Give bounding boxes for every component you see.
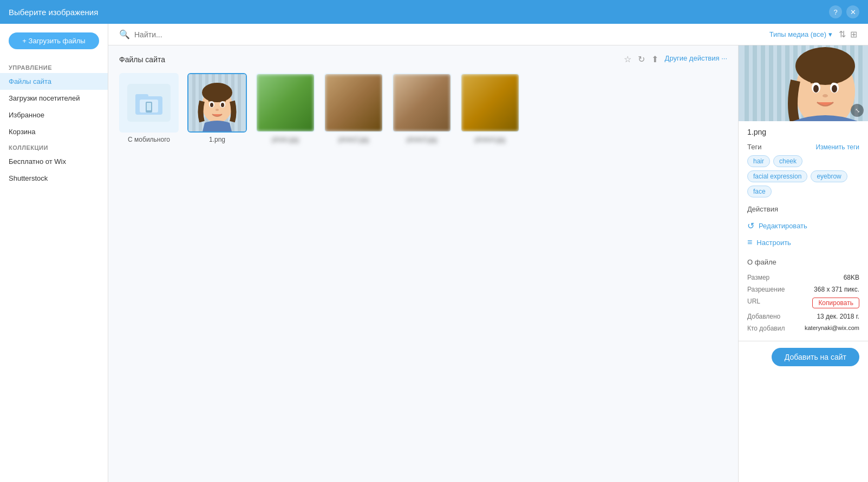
file-name: 1.png [209, 136, 225, 143]
svg-point-42 [813, 85, 819, 93]
files-area: Файлы сайта ☆ ↻ ⬆ Другие действия ··· [108, 45, 868, 482]
bottom-bar: Добавить на сайт [739, 341, 868, 373]
list-item[interactable]: photo.jpg [256, 73, 315, 143]
file-name: С мобильного [128, 136, 170, 143]
image-thumbnail [460, 73, 520, 133]
expand-icon[interactable]: ⤡ [851, 104, 864, 117]
about-section: О файле Размер 68KB Разрешение 368 x 371… [747, 258, 859, 334]
image-thumbnail-selected [187, 73, 247, 133]
svg-point-16 [202, 83, 232, 102]
tags-list: hair cheek facial expression eyebrow fac… [747, 155, 859, 197]
svg-point-20 [221, 103, 224, 107]
edit-icon: ↺ [747, 221, 754, 231]
media-filter-dropdown[interactable]: Типы медиа (все) ▾ [769, 30, 832, 38]
files-area-title: Файлы сайта [119, 55, 165, 64]
files-header: Файлы сайта ☆ ↻ ⬆ Другие действия ··· [119, 54, 727, 64]
svg-point-21 [216, 109, 219, 111]
close-button[interactable]: ✕ [846, 5, 859, 18]
copy-url-button[interactable]: Копировать [812, 298, 859, 308]
image-thumbnail [324, 73, 383, 133]
sidebar-item-trash[interactable]: Корзина [0, 123, 108, 140]
add-to-site-button[interactable]: Добавить на сайт [772, 348, 859, 366]
tags-label: Теги [747, 143, 761, 151]
svg-point-39 [795, 47, 855, 85]
preview-image-container: ⤡ [739, 45, 868, 121]
image-thumbnail [392, 73, 452, 133]
panel-body: 1.png Теги Изменить теги hair cheek faci… [739, 121, 868, 341]
svg-point-43 [832, 85, 837, 93]
view-icons: ⇅ ⊞ [839, 29, 857, 39]
files-main: Файлы сайта ☆ ↻ ⬆ Другие действия ··· [108, 45, 738, 482]
about-row-size: Размер 68KB [747, 272, 859, 283]
folder-icon [127, 84, 171, 122]
svg-rect-4 [147, 103, 151, 110]
help-button[interactable]: ? [829, 5, 842, 18]
tag[interactable]: face [747, 186, 772, 197]
management-section-title: УПРАВЛЕНИЕ [0, 60, 108, 73]
search-input[interactable] [134, 30, 243, 39]
file-grid: С мобильного [119, 73, 727, 143]
tune-icon: ≡ [747, 237, 752, 247]
edit-tags-button[interactable]: Изменить теги [815, 143, 859, 151]
upload-icon[interactable]: ⬆ [651, 54, 658, 64]
about-row-added: Добавлено 13 дек. 2018 г. [747, 311, 859, 322]
edit-action[interactable]: ↺ Редактировать [747, 217, 859, 234]
svg-point-5 [148, 111, 150, 113]
about-row-added-by: Кто добавил katerynaki@wix.com [747, 322, 859, 334]
sort-icon[interactable]: ⇅ [839, 29, 846, 39]
collections-section-title: КОЛЛЕКЦИИ [0, 140, 108, 153]
toolbar: 🔍 Типы медиа (все) ▾ ⇅ ⊞ [108, 24, 868, 45]
actions-label: Действия [747, 205, 859, 213]
list-item[interactable]: photo4.jpg [460, 73, 520, 143]
file-name: photo2.jpg [338, 136, 369, 143]
sidebar-item-shutterstock[interactable]: Shutterstock [0, 170, 108, 187]
list-item[interactable]: 1.png [187, 73, 247, 143]
star-icon[interactable]: ☆ [624, 54, 631, 64]
app-body: + Загрузить файлы УПРАВЛЕНИЕ Файлы сайта… [0, 24, 868, 482]
tag[interactable]: eyebrow [811, 170, 847, 182]
list-item[interactable]: С мобильного [119, 73, 179, 143]
list-item[interactable]: photo3.jpg [392, 73, 452, 143]
about-row-url: URL Копировать [747, 295, 859, 311]
files-header-actions: ☆ ↻ ⬆ Другие действия ··· [624, 54, 727, 64]
list-item[interactable]: photo2.jpg [324, 73, 383, 143]
image-thumbnail [256, 73, 315, 133]
tune-action[interactable]: ≡ Настроить [747, 234, 859, 250]
toolbar-right: Типы медиа (все) ▾ ⇅ ⊞ [769, 29, 857, 39]
file-name: photo.jpg [272, 136, 298, 143]
right-panel: ⤡ 1.png Теги Изменить теги hair cheek [738, 45, 868, 482]
about-row-resolution: Разрешение 368 x 371 пикс. [747, 283, 859, 295]
tags-section: Теги Изменить теги hair cheek facial exp… [747, 143, 859, 197]
tag[interactable]: cheek [773, 155, 802, 167]
sidebar-item-site-files[interactable]: Файлы сайта [0, 73, 108, 90]
upload-button[interactable]: + Загрузить файлы [9, 32, 99, 49]
other-actions-button[interactable]: Другие действия ··· [665, 54, 727, 64]
svg-point-44 [823, 94, 828, 97]
main-content: 🔍 Типы медиа (все) ▾ ⇅ ⊞ Файлы сайта [108, 24, 868, 482]
grid-icon[interactable]: ⊞ [850, 29, 857, 39]
chevron-down-icon: ▾ [828, 30, 832, 38]
sidebar-item-visitor-uploads[interactable]: Загрузки посетителей [0, 90, 108, 107]
header-actions: ? ✕ [829, 5, 859, 18]
file-name: photo4.jpg [475, 136, 505, 143]
tag[interactable]: facial expression [747, 170, 807, 182]
svg-rect-1 [135, 94, 148, 100]
tag[interactable]: hair [747, 155, 770, 167]
about-label: О файле [747, 258, 859, 266]
selected-file-name: 1.png [747, 128, 859, 136]
tags-header: Теги Изменить теги [747, 143, 859, 151]
search-icon: 🔍 [119, 29, 130, 39]
sidebar-item-free-wix[interactable]: Бесплатно от Wix [0, 153, 108, 170]
folder-thumbnail [119, 73, 179, 133]
svg-point-19 [210, 103, 213, 107]
header-title: Выберите изображения [9, 8, 98, 17]
refresh-icon[interactable]: ↻ [638, 54, 645, 64]
sidebar: + Загрузить файлы УПРАВЛЕНИЕ Файлы сайта… [0, 24, 108, 482]
search-box: 🔍 [119, 29, 243, 39]
sidebar-item-favorites[interactable]: Избранное [0, 107, 108, 123]
file-name: photo3.jpg [407, 136, 437, 143]
app-header: Выберите изображения ? ✕ [0, 0, 868, 24]
actions-section: Действия ↺ Редактировать ≡ Настроить [747, 205, 859, 250]
